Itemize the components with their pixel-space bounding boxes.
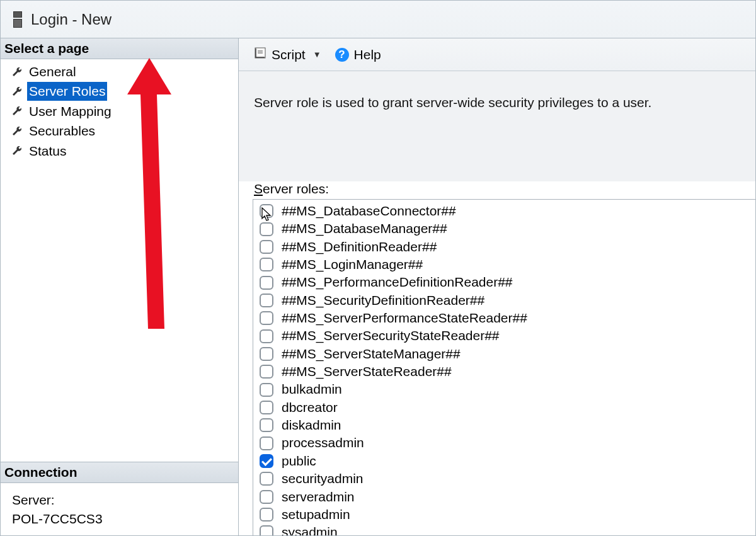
role-label: setupadmin [282,506,350,523]
wrench-icon [12,145,22,156]
login-new-dialog: Login - New Select a page GeneralServer … [0,0,756,536]
page-item-label: User Mapping [27,102,113,120]
server-icon [13,11,22,28]
script-button[interactable]: Script ▼ [250,45,325,64]
page-item-general[interactable]: General [1,62,238,81]
role-row[interactable]: ##MS_ServerPerformanceStateReader## [257,309,752,327]
role-label: ##MS_DatabaseConnector## [282,202,456,220]
role-label: ##MS_ServerSecurityStateReader## [282,327,500,345]
role-row[interactable]: ##MS_DatabaseManager## [257,220,752,237]
toolbar: Script ▼ ? Help [239,38,755,71]
wrench-icon [12,126,22,136]
connection-header: Connection [1,462,238,483]
role-row[interactable]: ##MS_ServerStateManager## [257,345,752,363]
script-icon [254,47,266,62]
script-label: Script [272,47,306,62]
connection-server-value: POL-7CC5CS3 [12,510,227,528]
role-label: ##MS_LoginManager## [282,256,423,273]
role-label: diskadmin [282,416,341,434]
role-checkbox[interactable] [260,401,273,414]
dialog-body: Select a page GeneralServer RolesUser Ma… [1,38,755,535]
role-checkbox[interactable] [260,525,273,535]
role-row[interactable]: serveradmin [257,488,752,506]
page-item-user-mapping[interactable]: User Mapping [1,101,238,121]
role-checkbox[interactable] [260,276,273,290]
role-label: bulkadmin [282,380,342,398]
role-label: serveradmin [282,488,355,506]
connection-body: Server: POL-7CC5CS3 [1,483,238,535]
left-panel: Select a page GeneralServer RolesUser Ma… [1,38,239,535]
role-row[interactable]: public [257,452,752,470]
page-item-securables[interactable]: Securables [1,121,238,140]
role-label: processadmin [282,434,364,452]
role-checkbox[interactable] [260,258,273,271]
role-checkbox[interactable] [260,329,273,343]
role-row[interactable]: ##MS_DefinitionReader## [257,238,752,256]
role-row[interactable]: securityadmin [257,470,752,488]
role-row[interactable]: ##MS_SecurityDefinitionReader## [257,292,752,309]
role-row[interactable]: ##MS_ServerSecurityStateReader## [257,327,752,345]
page-item-label: General [27,62,78,81]
role-checkbox[interactable] [260,508,273,522]
role-label: ##MS_PerformanceDefinitionReader## [282,273,513,291]
role-row[interactable]: diskadmin [257,416,752,434]
chevron-down-icon[interactable]: ▼ [311,50,321,59]
connection-server-label: Server: [12,491,227,509]
page-item-label: Securables [27,122,97,140]
role-label: sysadmin [282,523,338,535]
role-row[interactable]: bulkadmin [257,380,752,398]
role-label: ##MS_ServerStateManager## [282,345,461,363]
page-item-label: Server Roles [27,82,107,100]
server-roles-label: Server roles: [239,181,755,199]
right-panel: Script ▼ ? Help Server role is used to g… [239,38,755,535]
role-row[interactable]: ##MS_ServerStateReader## [257,363,752,380]
help-icon: ? [335,48,349,62]
role-row[interactable]: sysadmin [257,523,752,535]
connection-section: Connection Server: POL-7CC5CS3 [1,462,238,535]
role-row[interactable]: ##MS_LoginManager## [257,256,752,273]
role-row[interactable]: ##MS_DatabaseConnector## [257,202,752,220]
role-label: ##MS_ServerPerformanceStateReader## [282,309,527,327]
wrench-icon [12,67,22,77]
role-checkbox[interactable] [260,240,273,254]
server-roles-list: ##MS_DatabaseConnector####MS_DatabaseMan… [253,199,755,535]
role-label: public [282,452,316,470]
role-row[interactable]: ##MS_PerformanceDefinitionReader## [257,273,752,291]
role-checkbox[interactable] [260,347,273,361]
content-area: Server role is used to grant server-wide… [239,71,755,535]
page-item-status[interactable]: Status [1,141,238,161]
role-checkbox[interactable] [260,365,273,379]
wrench-icon [12,106,22,116]
role-checkbox[interactable] [260,490,273,504]
role-row[interactable]: processadmin [257,434,752,452]
role-checkbox[interactable] [260,222,273,236]
role-label: ##MS_DefinitionReader## [282,238,437,256]
role-label: ##MS_ServerStateReader## [282,363,452,380]
select-page-header: Select a page [1,38,238,59]
role-checkbox[interactable] [260,436,273,450]
page-item-label: Status [27,142,69,160]
help-label: Help [354,47,381,62]
role-label: ##MS_DatabaseManager## [282,220,447,237]
role-checkbox[interactable] [260,383,273,397]
page-item-server-roles[interactable]: Server Roles [1,81,238,101]
role-checkbox[interactable] [260,454,273,468]
help-button[interactable]: ? Help [331,46,385,64]
window-title: Login - New [31,11,112,28]
titlebar: Login - New [1,1,755,38]
role-label: ##MS_SecurityDefinitionReader## [282,292,484,309]
role-label: securityadmin [282,470,364,488]
page-list: GeneralServer RolesUser MappingSecurable… [1,59,238,462]
role-checkbox[interactable] [260,311,273,325]
role-checkbox[interactable] [260,418,273,432]
role-label: dbcreator [282,399,338,416]
role-row[interactable]: dbcreator [257,399,752,416]
wrench-icon [12,86,22,96]
role-checkbox[interactable] [260,204,273,218]
role-checkbox[interactable] [260,294,273,307]
role-row[interactable]: setupadmin [257,506,752,523]
description-text: Server role is used to grant server-wide… [239,71,755,181]
role-checkbox[interactable] [260,472,273,486]
